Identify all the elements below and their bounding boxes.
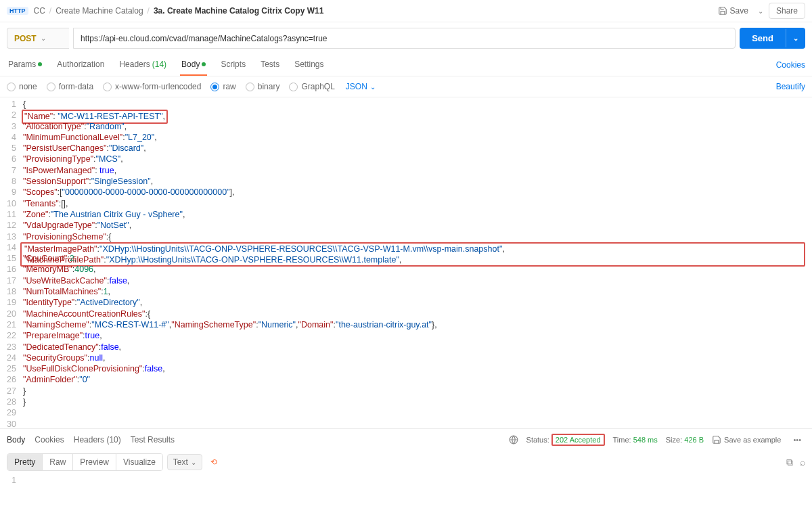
crumb-current: 3a. Create Machine Catalog Citrix Copy W… [154,6,323,16]
tab-scripts[interactable]: Scripts [219,54,247,76]
tab-body[interactable]: Body [180,54,207,76]
tab-authorization[interactable]: Authorization [55,54,106,76]
save-chevron[interactable]: ⌄ [758,7,763,15]
body-type-row: none form-data x-www-form-urlencoded raw… [0,76,812,97]
save-icon [718,6,727,16]
request-tabs: Params Authorization Headers (14) Body S… [0,54,812,76]
search-icon[interactable]: ⌕ [800,457,805,468]
dot-icon [202,62,206,66]
view-visualize[interactable]: Visualize [116,454,162,470]
response-tabs: Body Cookies Headers (10) Test Results S… [0,429,812,451]
more-icon[interactable]: ••• [789,433,805,447]
radio-urlencoded[interactable]: x-www-form-urlencoded [103,82,201,91]
wrap-icon[interactable]: ⟲ [206,455,221,470]
url-row: POST ⌄ Send ⌄ [0,22,812,54]
save-icon [712,435,721,445]
resp-tab-body[interactable]: Body [7,435,25,445]
crumb-sep: / [49,6,51,16]
radio-raw[interactable]: raw [210,82,235,91]
chevron-down-icon: ⌄ [370,83,376,91]
tab-headers[interactable]: Headers (14) [118,54,168,76]
url-input[interactable] [73,28,736,49]
dot-icon [38,62,42,66]
resp-format-select[interactable]: Text⌄ [167,454,202,470]
status-label: Status: 202 Accepted [526,436,605,444]
radio-none[interactable]: none [7,82,37,91]
radio-formdata[interactable]: form-data [47,82,93,91]
send-button[interactable]: Send ⌄ [740,28,805,49]
header-bar: HTTP CC / Create Machine Catalog / 3a. C… [0,0,812,22]
radio-binary[interactable]: binary [246,82,280,91]
editor-code[interactable]: { "Name": "MC-W11-REST-API-TEST", "Alloc… [23,99,812,423]
size-label: Size: 426 B [666,436,704,444]
http-method-select[interactable]: POST ⌄ [7,28,69,49]
send-dropdown[interactable]: ⌄ [786,29,805,47]
format-select[interactable]: JSON⌄ [346,82,376,91]
view-mode-segment: Pretty Raw Preview Visualize [7,453,163,471]
time-label: Time: 548 ms [613,436,658,444]
globe-icon[interactable] [509,435,518,445]
resp-tab-cookies[interactable]: Cookies [35,435,64,445]
crumb-folder[interactable]: Create Machine Catalog [55,6,143,16]
cookies-link[interactable]: Cookies [776,60,805,70]
chevron-down-icon: ⌄ [41,35,46,42]
tab-tests[interactable]: Tests [259,54,281,76]
save-as-example[interactable]: Save as example [712,435,781,445]
resp-tab-headers[interactable]: Headers (10) [74,435,121,445]
http-badge: HTTP [7,7,28,15]
beautify-link[interactable]: Beautify [776,82,805,91]
request-body-editor[interactable]: 12345678910 11121314151617181920 2122232… [0,97,812,429]
tab-settings[interactable]: Settings [293,54,325,76]
response-body[interactable]: 1 [0,474,812,487]
response-toolbar: Pretty Raw Preview Visualize Text⌄ ⟲ ⧉ ⌕ [0,451,812,474]
resp-code[interactable] [23,475,812,486]
save-button[interactable]: Save [714,3,752,18]
editor-gutter: 12345678910 11121314151617181920 2122232… [0,99,23,423]
crumb-sep: / [148,6,150,16]
resp-gutter: 1 [0,475,23,486]
breadcrumb: CC / Create Machine Catalog / 3a. Create… [34,6,714,16]
crumb-root[interactable]: CC [34,6,45,16]
status-value: 202 Accepted [551,434,605,446]
view-preview[interactable]: Preview [73,454,116,470]
view-pretty[interactable]: Pretty [7,454,43,470]
tab-params[interactable]: Params [7,54,43,76]
share-button[interactable]: Share [769,3,805,19]
copy-icon[interactable]: ⧉ [786,457,793,468]
view-raw[interactable]: Raw [43,454,73,470]
resp-tab-test-results[interactable]: Test Results [131,435,175,445]
radio-graphql[interactable]: GraphQL [289,82,334,91]
